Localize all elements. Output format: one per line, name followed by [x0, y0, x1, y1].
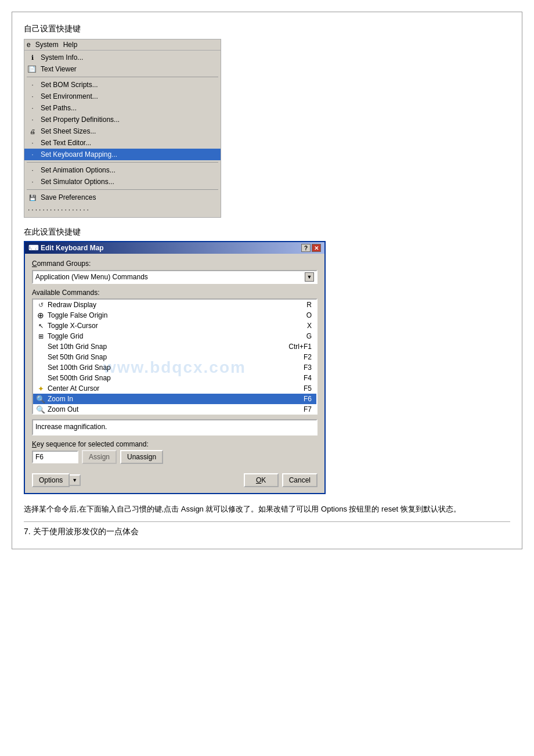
dialog-title-icon: ⌨ [28, 244, 38, 252]
menu-item-paths[interactable]: · Set Paths... [24, 102, 221, 114]
description-box: Increase magnification. [32, 419, 317, 435]
cmd-500th-grid[interactable]: Set 500th Grid Snap F4 [33, 373, 316, 383]
cmd-toggle-false-origin[interactable]: ⊕ Toggle False Origin O [33, 310, 316, 321]
xcursor-icon: ↖ [35, 321, 46, 330]
cmd-zoom-in[interactable]: 🔍 Zoom In F6 [33, 394, 316, 404]
section2-title: 在此设置快捷键 [24, 227, 510, 237]
cmd-zoom-out[interactable]: 🔍 Zoom Out F7 [33, 404, 316, 415]
dialog-title-bar: ⌨ Edit Keyboard Map ? ✕ [25, 242, 324, 254]
menu-item-system-info[interactable]: ℹ System Info... [24, 52, 221, 63]
menu-item-environment[interactable]: · Set Environment... [24, 91, 221, 102]
sheet-sizes-icon: 🖨 [28, 127, 37, 136]
commands-list[interactable]: ↺ Redraw Display R ⊕ Toggle False Origin… [32, 298, 317, 415]
dot-icon7: · [28, 165, 37, 175]
cmd-50th-grid[interactable]: Set 50th Grid Snap F2 [33, 352, 316, 362]
bottom-right-buttons: OK Cancel [244, 473, 317, 487]
options-button[interactable]: Options [32, 473, 70, 487]
options-group: Options ▼ [32, 473, 81, 487]
command-groups-label: Command Groups: [32, 260, 317, 268]
center-icon: ✦ [35, 384, 46, 393]
close-button[interactable]: ✕ [312, 244, 321, 252]
cmd-toggle-grid[interactable]: ⊞ Toggle Grid G [33, 331, 316, 341]
cmd-100th-grid[interactable]: Set 100th Grid Snap F3 [33, 362, 316, 373]
page-footer: 7. 关于使用波形发仪的一点体会 [24, 521, 510, 537]
edit-keyboard-map-dialog: www.bdqcx.com ⌨ Edit Keyboard Map ? ✕ Co… [24, 241, 326, 494]
menu-item-property-def[interactable]: · Set Property Definitions... [24, 114, 221, 125]
menu-bar: e System Help [24, 39, 221, 51]
menu-item-sheet-sizes[interactable]: 🖨 Set Sheet Sizes... [24, 125, 221, 137]
menu-item-save-preferences[interactable]: 💾 Save Preferences [24, 192, 221, 203]
options-dropdown-arrow[interactable]: ▼ [70, 474, 81, 486]
separator2 [27, 162, 218, 163]
empty-icon3 [35, 363, 46, 372]
command-groups-combobox[interactable]: Application (View Menu) Commands ▼ [32, 270, 317, 284]
dialog-bottom-row: Options ▼ OK Cancel [32, 473, 317, 487]
separator3 [27, 189, 218, 190]
menu-item-animation-options[interactable]: · Set Animation Options... [24, 164, 221, 176]
menu-item-bom-scripts[interactable]: · Set BOM Scripts... [24, 79, 221, 91]
dot-icon8: · [28, 177, 37, 186]
empty-icon1 [35, 342, 46, 351]
menu-body: ℹ System Info... 📄 Text Viewer · Set BOM… [24, 51, 221, 217]
menu-bar-item-help[interactable]: Help [63, 41, 78, 49]
unassign-button[interactable]: Unassign [120, 450, 163, 464]
ok-button[interactable]: OK [244, 473, 279, 487]
section1-title: 自己设置快捷键 [24, 24, 510, 34]
key-sequence-label: Key sequence for selected command: [32, 440, 317, 448]
dot-icon3: · [28, 103, 37, 113]
dot-icon4: · [28, 115, 37, 124]
selected-group-text: Application (View Menu) Commands [35, 273, 148, 281]
description-text: Increase magnification. [35, 423, 107, 431]
cancel-button[interactable]: Cancel [282, 473, 317, 487]
dot-icon2: · [28, 92, 37, 101]
menu-item-keyboard-mapping[interactable]: · Set Keyboard Mapping... [24, 149, 221, 160]
dot-icon: · [28, 80, 37, 89]
dialog-body: Command Groups: Application (View Menu) … [25, 254, 324, 493]
help-button[interactable]: ? [301, 244, 311, 252]
description-paragraph: 选择某个命令后,在下面输入自己习惯的键,点击 Assign 就可以修改了。如果改… [24, 503, 510, 516]
separator1 [27, 77, 218, 77]
combobox-arrow[interactable]: ▼ [305, 272, 314, 282]
assign-button[interactable]: Assign [82, 450, 117, 464]
cmd-toggle-x-cursor[interactable]: ↖ Toggle X-Cursor X [33, 321, 316, 331]
dots-row: ·· ·· ·· ·· ·· ·· ·· ·· · [24, 203, 221, 216]
menu-item-text-editor[interactable]: · Set Text Editor... [24, 137, 221, 149]
menu-item-text-viewer[interactable]: 📄 Text Viewer [24, 63, 221, 75]
empty-icon2 [35, 352, 46, 362]
page-container: 自己设置快捷键 e System Help ℹ System Info... 📄… [12, 12, 522, 549]
grid-icon: ⊞ [35, 332, 46, 341]
zoom-out-icon: 🔍 [35, 405, 46, 414]
dot-icon6: · [28, 150, 37, 159]
redraw-icon: ↺ [35, 300, 46, 309]
menu-item-simulator-options[interactable]: · Set Simulator Options... [24, 176, 221, 188]
key-sequence-row: F6 Assign Unassign [32, 450, 317, 464]
dot-icon5: · [28, 138, 37, 147]
empty-icon4 [35, 373, 46, 383]
menu-bar-item-system[interactable]: System [35, 41, 59, 49]
dialog-title-text: Edit Keyboard Map [41, 244, 104, 252]
cmd-10th-grid[interactable]: Set 10th Grid Snap Ctrl+F1 [33, 341, 316, 352]
available-commands-label: Available Commands: [32, 289, 317, 297]
text-viewer-icon: 📄 [28, 66, 36, 73]
cmd-center-at-cursor[interactable]: ✦ Center At Cursor F5 [33, 383, 316, 394]
info-icon: ℹ [28, 53, 37, 62]
cmd-redraw-display[interactable]: ↺ Redraw Display R [33, 300, 316, 310]
toggle-origin-icon: ⊕ [35, 311, 46, 320]
save-icon: 💾 [28, 193, 37, 202]
key-sequence-input[interactable]: F6 [32, 451, 78, 463]
menu-screenshot: e System Help ℹ System Info... 📄 Text Vi… [24, 39, 221, 218]
menu-bar-item-e[interactable]: e [27, 41, 31, 49]
zoom-in-icon: 🔍 [35, 394, 46, 404]
